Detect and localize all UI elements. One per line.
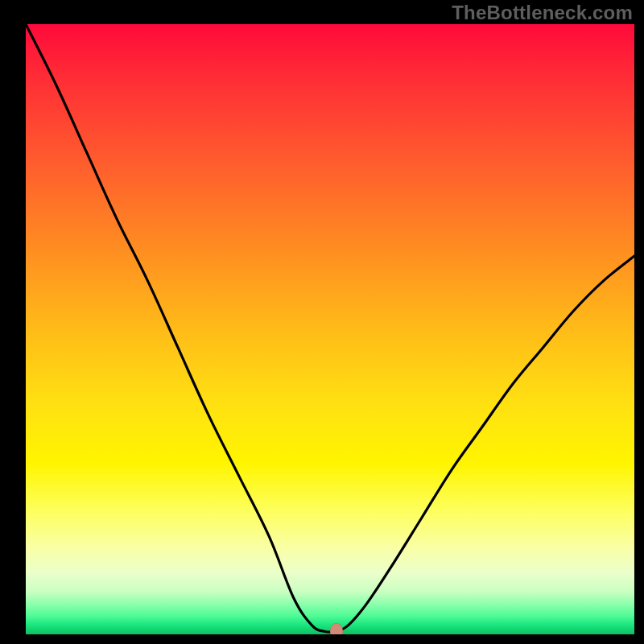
curve-path	[26, 24, 634, 632]
bottleneck-curve	[26, 24, 634, 634]
watermark-text: TheBottleneck.com	[452, 2, 633, 24]
highlight-dot	[330, 623, 343, 634]
chart-frame: TheBottleneck.com	[0, 0, 644, 644]
plot-area	[26, 24, 634, 634]
